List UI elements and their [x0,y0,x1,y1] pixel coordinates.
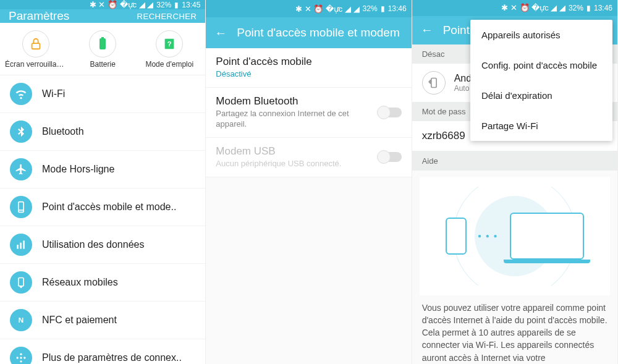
clock: 13:46 [594,4,612,12]
battery-pct: 32% [156,1,171,9]
battery-icon [89,30,116,57]
item-title: Modem USB [216,145,378,158]
svg-point-13 [20,357,22,359]
bluetooth-icon [10,121,32,143]
row-label: Bluetooth [42,126,195,137]
quick-settings-row: Écran verrouillage/Sé.. Batterie ? Mode … [0,23,205,75]
search-action[interactable]: RECHERCHER [137,12,197,21]
svg-point-17 [20,361,22,363]
status-bar: ✱ ✕ ⏰ �ực ◢ ◢ 32% ▮ 13:45 [0,0,205,9]
status-icons: ✱ ✕ ⏰ �ực ◢ ◢ [501,3,565,12]
item-sub: Aucun périphérique USB connecté. [216,159,378,169]
menu-allowed-devices[interactable]: Appareils autorisés [470,20,612,50]
row-label: Utilisation des données [42,239,195,250]
hotspot-row[interactable]: Point d'accès mobile et mode.. [0,188,205,226]
svg-point-11 [20,287,22,288]
app-bar: Paramètres RECHERCHER [0,9,205,23]
mobile-networks-icon [10,271,32,294]
settings-list: Wi-Fi Bluetooth Mode Hors-ligne Point d'… [0,75,205,364]
battery-icon: ▮ [586,4,591,12]
wifi-icon [10,83,32,105]
svg-rect-2 [101,37,104,38]
battery-icon: ▮ [381,4,385,13]
svg-rect-7 [17,245,19,249]
svg-rect-20 [431,78,436,87]
item-title: Modem Bluetooth [216,95,378,108]
page-title: Point d'accès mobile et modem [237,26,402,40]
quick-label: Écran verrouillage/Sé.. [5,60,67,69]
svg-rect-0 [32,43,40,49]
header-label: Désac [422,49,445,59]
quick-battery[interactable]: Batterie [72,30,133,69]
svg-point-14 [17,357,19,359]
status-bar: ✱ ✕ ⏰ �ực ◢ ◢ 32% ▮ 13:46 [206,0,411,17]
usb-tether-item: Modem USB Aucun périphérique USB connect… [206,138,411,177]
dots-icon: ● ● ● [478,232,499,239]
quick-lock-screen[interactable]: Écran verrouillage/Sé.. [5,30,67,69]
lock-icon [22,30,49,57]
app-bar: ← Point d'accès mobile et modem [206,17,411,48]
item-sub: Partagez la connexion Internet de cet ap… [216,109,378,130]
mobile-networks-row[interactable]: Réseaux mobiles [0,264,205,302]
bluetooth-row[interactable]: Bluetooth [0,113,205,151]
row-label: Réseaux mobiles [42,277,195,288]
quick-help[interactable]: ? Mode d'emploi [138,30,200,69]
help-icon: ? [156,30,183,57]
help-header: Aide [412,151,617,171]
svg-text:N: N [19,316,23,324]
svg-rect-9 [23,241,25,249]
data-usage-row[interactable]: Utilisation des données [0,226,205,264]
row-label: NFC et paiement [42,315,195,326]
device-icon [422,71,446,95]
laptop-icon [510,213,584,260]
svg-point-15 [23,357,25,359]
clock: 13:45 [182,1,200,9]
row-label: Point d'accès mobile et mode.. [42,201,195,213]
battery-pct: 32% [363,4,378,13]
svg-text:?: ? [167,40,172,48]
svg-rect-1 [99,38,106,49]
page-title: Paramètres [9,9,127,23]
status-bar: ✱ ✕ ⏰ �ực ◢ ◢ 32% ▮ 13:46 [412,0,617,16]
battery-icon: ▮ [174,1,179,9]
status-icons: ✱ ✕ ⏰ �ực ◢ ◢ [90,0,154,9]
svg-rect-5 [19,202,23,213]
svg-point-16 [20,353,22,355]
item-state: Désactivé [216,69,401,80]
airplane-icon [10,158,32,180]
more-icon [10,347,32,364]
data-usage-icon [10,234,32,256]
screen-tethering: ✱ ✕ ⏰ �ực ◢ ◢ 32% ▮ 13:46 ← Point d'accè… [206,0,412,364]
quick-label: Batterie [90,60,115,69]
screen-hotspot-detail: ✱ ✕ ⏰ �ực ◢ ◢ 32% ▮ 13:46 ← Point Désac … [412,0,618,364]
help-text: Vous pouvez utiliser votre appareil comm… [412,295,617,364]
nfc-icon: N [10,309,32,331]
menu-timeout[interactable]: Délai d'expiration [470,80,612,111]
bluetooth-tether-item[interactable]: Modem Bluetooth Partagez la connexion In… [206,88,411,138]
usb-tether-toggle [378,152,402,162]
wifi-row[interactable]: Wi-Fi [0,75,205,113]
help-illustration: ● ● ● [420,177,610,295]
clock: 13:46 [388,4,407,13]
screen-settings: ✱ ✕ ⏰ �ực ◢ ◢ 32% ▮ 13:45 Paramètres REC… [0,0,206,364]
quick-label: Mode d'emploi [145,60,193,69]
airplane-row[interactable]: Mode Hors-ligne [0,151,205,188]
svg-rect-8 [20,243,22,249]
phone-icon [446,218,467,255]
back-button[interactable]: ← [421,23,433,37]
bt-tether-toggle[interactable] [378,108,402,117]
row-label: Plus de paramètres de connex.. [42,352,195,363]
menu-configure-hotspot[interactable]: Config. point d'accès mobile [470,50,612,80]
status-icons: ✱ ✕ ⏰ �ực ◢ ◢ [295,4,360,14]
nfc-row[interactable]: N NFC et paiement [0,302,205,339]
back-button[interactable]: ← [214,26,227,40]
mobile-hotspot-item[interactable]: Point d'accès mobile Désactivé [206,48,411,88]
overflow-menu: Appareils autorisés Config. point d'accè… [470,20,612,141]
hotspot-icon [10,196,32,218]
row-label: Wi-Fi [42,88,195,99]
menu-wifi-sharing[interactable]: Partage Wi-Fi [470,111,612,141]
more-connections-row[interactable]: Plus de paramètres de connex.. [0,339,205,364]
item-title: Point d'accès mobile [216,56,401,68]
battery-pct: 32% [569,4,583,12]
svg-rect-10 [19,278,23,286]
